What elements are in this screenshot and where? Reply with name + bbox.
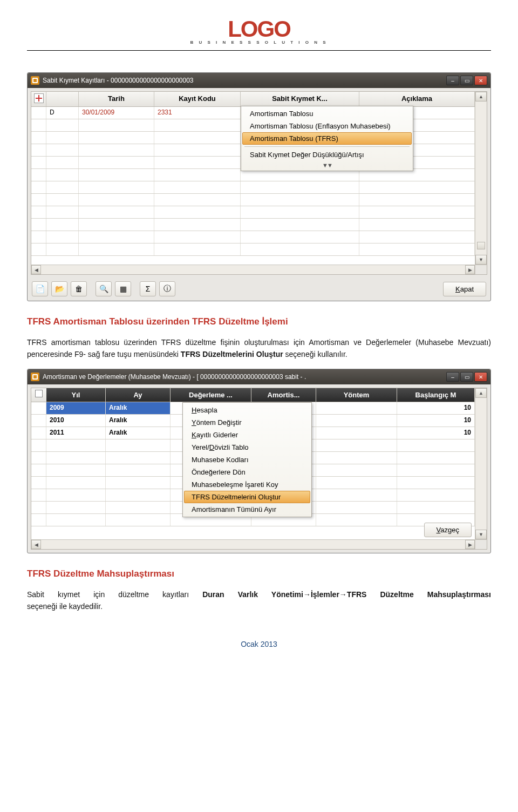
col-blank[interactable] (46, 92, 79, 106)
section1-body: TFRS amortisman tablosu üzerinden TFRS d… (27, 337, 491, 360)
col-toggle[interactable] (31, 92, 46, 106)
scroll-left-icon[interactable]: ◀ (31, 540, 41, 549)
header-divider (27, 50, 491, 51)
sum-button[interactable]: Σ (140, 281, 156, 296)
menu-yontem-degistir[interactable]: Yöntem Değiştir (184, 416, 310, 429)
menu-tfrs-duzeltmelerini-olustur[interactable]: TFRS Düzeltmelerini Oluştur (184, 491, 310, 503)
menu-amortismanin-tumunu-ayir[interactable]: Amortismanın Tümünü Ayır (184, 503, 310, 516)
close-window-button[interactable]: Kapat (443, 282, 486, 296)
menu-amortisman-enflasyon[interactable]: Amortisman Tablosu (Enflasyon Muhasebesi… (242, 120, 412, 132)
col-ay[interactable]: Ay (106, 388, 171, 402)
scroll-right-icon[interactable]: ▶ (465, 540, 475, 549)
grid-icon: ▦ (120, 285, 127, 293)
new-button[interactable]: 📄 (32, 281, 48, 296)
cell-ay: Aralık (106, 427, 171, 439)
header-logo: LOGO B U S I N E S S S O L U T I O N S (27, 16, 491, 45)
cell-bas: 10 (397, 415, 475, 427)
menu-separator (244, 146, 410, 147)
window-sabit-kiymet-kayitlari: Sabit Kıymet Kayıtları - 000000000000000… (27, 72, 491, 301)
horizontal-scrollbar[interactable]: ◀ ▶ (31, 265, 475, 274)
maximize-button[interactable]: ▭ (460, 76, 473, 85)
section2-body-cont: seçeneği ile kaydedilir. (27, 601, 491, 613)
cell-ay: Aralık (106, 402, 171, 414)
app-icon (31, 76, 39, 85)
minimize-button[interactable]: – (446, 372, 459, 382)
scroll-corner (475, 539, 487, 549)
cell-yil: 2011 (46, 427, 106, 439)
file-icon: 📄 (36, 285, 45, 293)
scroll-corner (475, 265, 487, 274)
window-title: Sabit Kıymet Kayıtları - 000000000000000… (43, 77, 446, 84)
cell-bas: 10 (397, 402, 475, 414)
close-button[interactable]: ✕ (474, 372, 487, 382)
scroll-down-icon[interactable]: ▼ (475, 530, 487, 539)
menu-yerel-dovizli[interactable]: Yerel/Dövizli Tablo (184, 441, 310, 454)
col-sabit-kiymet[interactable]: Sabit Kıymet K... (241, 92, 359, 106)
cell-ay: Aralık (106, 415, 171, 427)
info-icon: ⓘ (163, 284, 171, 294)
cell-yil: 2009 (46, 402, 106, 414)
window-amortisman-degerlemeler: Amortisman ve Değerlemeler (Muhasebe Mev… (27, 369, 491, 553)
scroll-up-icon[interactable]: ▲ (475, 388, 487, 398)
col-kayit-kodu[interactable]: Kayıt Kodu (154, 92, 241, 106)
col-amortis[interactable]: Amortis... (251, 388, 316, 402)
vertical-scrollbar[interactable]: ▲ ▼ (475, 92, 487, 265)
folder-icon: 📂 (55, 285, 64, 293)
scroll-thumb[interactable] (477, 242, 485, 249)
col-baslangic[interactable]: Başlangıç M (397, 388, 475, 402)
maximize-button[interactable]: ▭ (460, 372, 473, 382)
cell-kayit: 2331 (154, 107, 241, 119)
titlebar: Sabit Kıymet Kayıtları - 000000000000000… (28, 73, 490, 88)
col-tarih[interactable]: Tarih (79, 92, 154, 106)
context-menu: Amortisman Tablosu Amortisman Tablosu (E… (241, 106, 413, 171)
col-yontem[interactable]: Yöntem (316, 388, 397, 402)
col-select-all[interactable] (31, 388, 46, 402)
section2-body-a: Sabit kıymet için düzeltme kayıtları (27, 590, 202, 599)
col-yil[interactable]: Yıl (46, 388, 106, 402)
minimize-button[interactable]: – (446, 76, 459, 85)
cancel-button[interactable]: Vazgeç (424, 523, 472, 537)
col-aciklama[interactable]: Açıklama (359, 92, 475, 106)
open-button[interactable]: 📂 (51, 281, 67, 296)
menu-amortisman-tablosu[interactable]: Amortisman Tablosu (242, 107, 412, 120)
menu-muhasebe-kodlari[interactable]: Muhasebe Kodları (184, 454, 310, 466)
menu-ondegerlere-don[interactable]: Öndeğerlere Dön (184, 466, 310, 478)
app-icon (31, 373, 39, 381)
window-title: Amortisman ve Değerlemeler (Muhasebe Mev… (43, 373, 446, 381)
scroll-right-icon[interactable]: ▶ (465, 265, 475, 274)
menu-expand-icon[interactable]: ▼▼ (242, 161, 412, 170)
menu-muhasebelesme-isareti[interactable]: Muhasebeleşme İşareti Koy (184, 478, 310, 491)
cell-status: D (46, 107, 79, 119)
section2-body-b: Duran Varlık Yönetimi→İşlemler→TFRS Düze… (202, 590, 491, 599)
menu-kayitli-giderler[interactable]: Kayıtlı Giderler (184, 429, 310, 441)
search-button[interactable]: 🔍 (96, 281, 112, 296)
section2-title: TFRS Düzeltme Mahsuplaştırması (27, 569, 491, 579)
logo-text: LOGO (27, 16, 491, 42)
menu-amortisman-tfrs[interactable]: Amortisman Tablosu (TFRS) (242, 132, 412, 145)
scroll-down-icon[interactable]: ▼ (475, 255, 487, 265)
info-button[interactable]: ⓘ (159, 281, 175, 296)
close-button[interactable]: ✕ (474, 76, 487, 85)
cell-bas: 10 (397, 427, 475, 439)
section1-title: TFRS Amortisman Tablosu üzerinden TFRS D… (27, 316, 491, 327)
menu-hesapla[interactable]: Hesapla (184, 404, 310, 416)
trash-icon: 🗑 (75, 285, 83, 293)
page-footer: Ocak 2013 (27, 640, 491, 648)
titlebar: Amortisman ve Değerlemeler (Muhasebe Mev… (28, 369, 490, 384)
grid-header: Tarih Kayıt Kodu Sabit Kıymet K... Açıkl… (31, 92, 487, 107)
section1-body-c: seçeneği kullanılır. (283, 350, 347, 358)
col-degerleme[interactable]: Değerleme ... (171, 388, 251, 402)
menu-deger-dusuklugu[interactable]: Sabit Kıymet Değer Düşüklüğü/Artışı (242, 148, 412, 161)
logo-subtitle: B U S I N E S S S O L U T I O N S (27, 40, 491, 45)
horizontal-scrollbar[interactable]: ◀ ▶ (31, 539, 475, 549)
report-button[interactable]: ▦ (115, 281, 131, 296)
toolbar: 📄 📂 🗑 🔍 ▦ Σ ⓘ Kapat (28, 278, 490, 301)
vertical-scrollbar[interactable]: ▲ ▼ (475, 388, 487, 539)
section1-body-b: TFRS Düzeltmelerini Oluştur (181, 350, 283, 358)
context-menu: Hesapla Yöntem Değiştir Kayıtlı Giderler… (182, 402, 312, 517)
scroll-left-icon[interactable]: ◀ (31, 265, 41, 274)
scroll-up-icon[interactable]: ▲ (475, 92, 487, 102)
delete-button[interactable]: 🗑 (71, 281, 87, 296)
cell-tarih: 30/01/2009 (79, 107, 154, 119)
search-icon: 🔍 (99, 285, 108, 293)
